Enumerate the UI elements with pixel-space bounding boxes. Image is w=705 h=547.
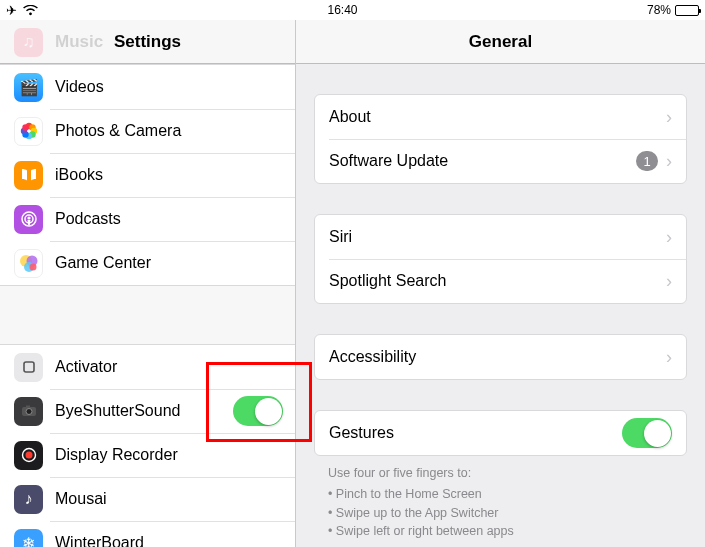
sidebar-item-label: Mousai [55,490,283,508]
detail-group-about: About › Software Update 1 › [314,94,687,184]
status-time: 16:40 [327,3,357,17]
row-accessibility[interactable]: Accessibility › [315,335,686,379]
snowflake-icon: ❄ [14,529,43,548]
svg-rect-18 [26,406,30,408]
chevron-right-icon: › [666,227,672,248]
row-label: Siri [329,228,660,246]
detail-header: General [296,20,705,64]
row-label: Software Update [329,152,636,170]
photos-icon [14,117,43,146]
sidebar-item-winterboard[interactable]: ❄ WinterBoard [0,521,295,547]
sidebar-item-label: Photos & Camera [55,122,283,140]
sidebar-item-label: ByeShutterSound [55,402,233,420]
svg-point-20 [25,452,32,459]
detail-group-siri: Siri › Spotlight Search › [314,214,687,304]
sidebar-item-podcasts[interactable]: Podcasts [0,197,295,241]
podcasts-icon [14,205,43,234]
detail-pane: General About › Software Update 1 › [296,20,705,547]
sidebar-item-mousai[interactable]: ♪ Mousai [0,477,295,521]
sidebar-title: Settings [114,32,181,52]
sidebar-item-displayrecorder[interactable]: Display Recorder [0,433,295,477]
detail-group-accessibility: Accessibility › [314,334,687,380]
sidebar-item-label: WinterBoard [55,534,283,547]
detail-title: General [469,32,532,52]
activator-icon [14,353,43,382]
sidebar-item-label: Activator [55,358,283,376]
chevron-right-icon: › [666,347,672,368]
row-label: About [329,108,660,126]
sidebar-item-photos[interactable]: Photos & Camera [0,109,295,153]
svg-point-14 [29,264,36,271]
sidebar-header: ♫ Music Settings [0,20,295,64]
mousai-icon: ♪ [14,485,43,514]
sidebar-item-ibooks[interactable]: iBooks [0,153,295,197]
byeshuttersound-toggle[interactable] [233,396,283,426]
settings-window: ✈ 16:40 78% ♫ Music Settings [0,0,705,547]
row-label: Spotlight Search [329,272,660,290]
svg-point-17 [26,409,32,415]
row-label: Gestures [329,424,622,442]
camera-icon [14,397,43,426]
status-bar: ✈ 16:40 78% [0,0,705,20]
row-about[interactable]: About › [315,95,686,139]
sidebar-item-label: Podcasts [55,210,283,228]
side-switch-section-label: USE SIDE SWITCH TO: [314,541,687,547]
chevron-right-icon: › [666,151,672,172]
battery-icon [675,5,699,16]
sidebar-item-gamecenter[interactable]: Game Center [0,241,295,285]
gestures-toggle[interactable] [622,418,672,448]
row-software-update[interactable]: Software Update 1 › [315,139,686,183]
wifi-icon [23,5,38,16]
detail-group-gestures: Gestures [314,410,687,456]
chevron-right-icon: › [666,107,672,128]
sidebar-item-label: Videos [55,78,283,96]
sidebar-item-label: iBooks [55,166,283,184]
svg-rect-15 [24,362,34,372]
sidebar-item-label: Game Center [55,254,283,272]
sidebar-group-apps: 🎬 Videos Photos & Camera iBooks [0,64,295,286]
settings-sidebar: ♫ Music Settings 🎬 Videos [0,20,296,547]
battery-percent: 78% [647,3,671,17]
music-icon: ♫ [14,28,43,57]
row-siri[interactable]: Siri › [315,215,686,259]
sidebar-item-byeshuttersound[interactable]: ByeShutterSound [0,389,295,433]
update-badge: 1 [636,151,658,171]
record-icon [14,441,43,470]
row-spotlight[interactable]: Spotlight Search › [315,259,686,303]
ibooks-icon [14,161,43,190]
row-label: Accessibility [329,348,660,366]
sidebar-item-activator[interactable]: Activator [0,345,295,389]
svg-point-10 [27,216,30,219]
sidebar-group-tweaks: Activator ByeShutterSound Display Rec [0,344,295,547]
airplane-icon: ✈ [6,3,17,18]
sidebar-item-label: Display Recorder [55,446,283,464]
gamecenter-icon [14,249,43,278]
videos-icon: 🎬 [14,73,43,102]
chevron-right-icon: › [666,271,672,292]
svg-point-7 [22,124,28,130]
gestures-footer: Use four or five fingers to: Pinch to th… [314,456,687,541]
row-gestures[interactable]: Gestures [315,411,686,455]
sidebar-item-videos[interactable]: 🎬 Videos [0,65,295,109]
